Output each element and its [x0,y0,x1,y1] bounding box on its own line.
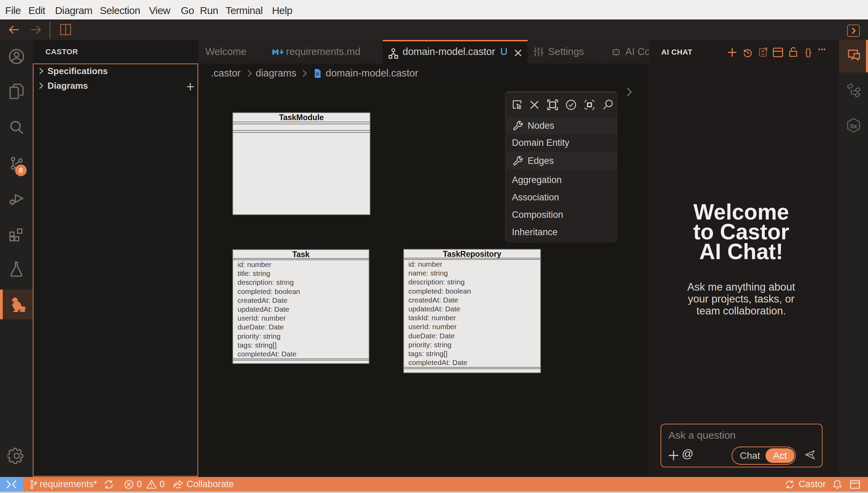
svg-text:0x: 0x [850,123,857,130]
